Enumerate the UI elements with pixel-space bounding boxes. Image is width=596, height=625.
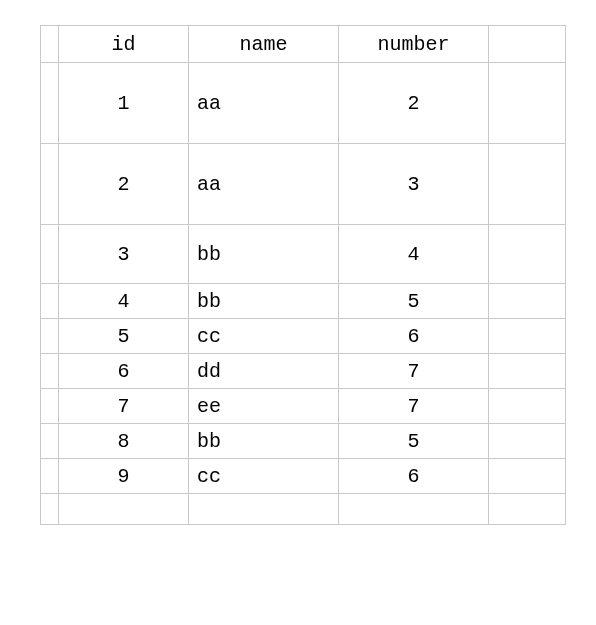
- gutter-cell: [489, 225, 566, 284]
- cell-number: 5: [339, 424, 489, 459]
- gutter-cell: [41, 319, 59, 354]
- empty-cell: [59, 494, 189, 525]
- header-id: id: [59, 26, 189, 63]
- cell-number: 6: [339, 459, 489, 494]
- cell-number: 7: [339, 389, 489, 424]
- cell-id: 7: [59, 389, 189, 424]
- gutter-cell: [489, 144, 566, 225]
- gutter-cell: [41, 494, 59, 525]
- gutter-cell: [41, 284, 59, 319]
- empty-cell: [339, 494, 489, 525]
- table-header-row: id name number: [41, 26, 566, 63]
- table-row: 7 ee 7: [41, 389, 566, 424]
- cell-id: 3: [59, 225, 189, 284]
- table-row: 9 cc 6: [41, 459, 566, 494]
- cell-id: 1: [59, 63, 189, 144]
- gutter-cell: [489, 319, 566, 354]
- table-row: 3 bb 4: [41, 225, 566, 284]
- gutter-cell: [489, 63, 566, 144]
- cell-id: 9: [59, 459, 189, 494]
- cell-number: 3: [339, 144, 489, 225]
- table-row: 4 bb 5: [41, 284, 566, 319]
- cell-name: cc: [189, 459, 339, 494]
- cell-name: cc: [189, 319, 339, 354]
- cell-name: dd: [189, 354, 339, 389]
- data-table: id name number 1 aa 2 2 aa 3: [40, 25, 566, 525]
- cell-name: aa: [189, 144, 339, 225]
- cell-id: 8: [59, 424, 189, 459]
- gutter-cell: [41, 389, 59, 424]
- gutter-cell: [489, 26, 566, 63]
- table-row: 8 bb 5: [41, 424, 566, 459]
- cell-name: bb: [189, 424, 339, 459]
- cell-name: ee: [189, 389, 339, 424]
- header-number: number: [339, 26, 489, 63]
- cell-id: 4: [59, 284, 189, 319]
- header-name: name: [189, 26, 339, 63]
- cell-name: aa: [189, 63, 339, 144]
- gutter-cell: [41, 354, 59, 389]
- gutter-cell: [41, 144, 59, 225]
- gutter-cell: [41, 63, 59, 144]
- gutter-cell: [489, 459, 566, 494]
- table-row-empty: [41, 494, 566, 525]
- cell-name: bb: [189, 284, 339, 319]
- cell-id: 2: [59, 144, 189, 225]
- spreadsheet-view: id name number 1 aa 2 2 aa 3: [0, 0, 596, 625]
- gutter-cell: [41, 424, 59, 459]
- table-row: 2 aa 3: [41, 144, 566, 225]
- gutter-cell: [41, 225, 59, 284]
- gutter-cell: [489, 284, 566, 319]
- empty-cell: [189, 494, 339, 525]
- cell-name: bb: [189, 225, 339, 284]
- gutter-cell: [41, 459, 59, 494]
- gutter-cell: [489, 494, 566, 525]
- cell-number: 4: [339, 225, 489, 284]
- table-row: 5 cc 6: [41, 319, 566, 354]
- gutter-cell: [489, 424, 566, 459]
- cell-number: 5: [339, 284, 489, 319]
- gutter-cell: [489, 354, 566, 389]
- table-row: 1 aa 2: [41, 63, 566, 144]
- gutter-cell: [489, 389, 566, 424]
- cell-number: 6: [339, 319, 489, 354]
- cell-number: 7: [339, 354, 489, 389]
- table-row: 6 dd 7: [41, 354, 566, 389]
- cell-number: 2: [339, 63, 489, 144]
- cell-id: 6: [59, 354, 189, 389]
- cell-id: 5: [59, 319, 189, 354]
- gutter-cell: [41, 26, 59, 63]
